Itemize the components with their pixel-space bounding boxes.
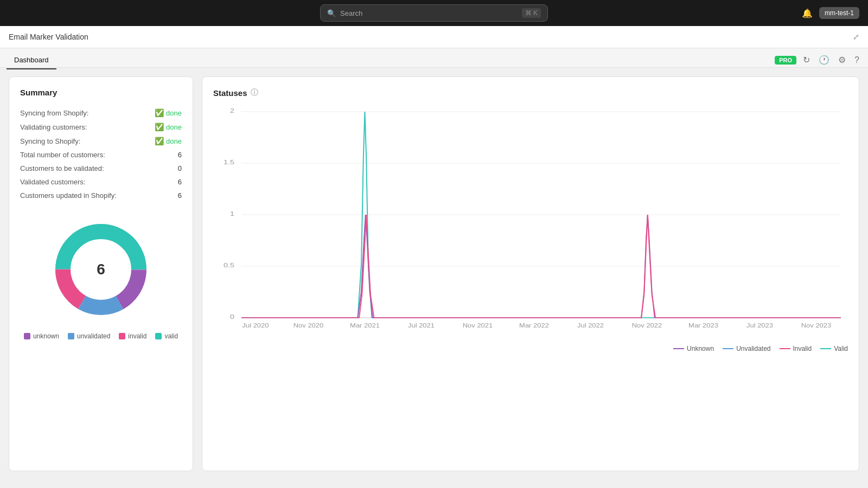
svg-text:0: 0 <box>230 313 234 320</box>
row-label: Validated customers: <box>20 175 146 189</box>
summary-title: Summary <box>20 88 182 97</box>
row-value: ✅ done <box>146 120 182 134</box>
tabs: Dashboard <box>7 56 56 64</box>
svg-text:Nov 2023: Nov 2023 <box>801 323 832 328</box>
svg-text:2: 2 <box>230 107 234 114</box>
svg-text:1.5: 1.5 <box>224 159 234 166</box>
table-row: Customers to be validated: 0 <box>20 162 182 175</box>
legend-label-valid: valid <box>164 332 178 340</box>
legend-dot-unknown <box>24 333 30 339</box>
check-icon: ✅ <box>155 137 164 145</box>
table-row: Total number of customers: 6 <box>20 148 182 162</box>
svg-text:Nov 2020: Nov 2020 <box>293 323 324 328</box>
table-row: Syncing from Shopify: ✅ done <box>20 106 182 120</box>
row-value: 6 <box>146 175 182 189</box>
legend-item-unknown: unknown <box>24 332 59 340</box>
chart-legend-label-unvalidated: Unvalidated <box>736 345 770 352</box>
chart-legend-line-invalid <box>780 348 790 349</box>
chart-legend-label-unknown: Unknown <box>687 345 714 352</box>
row-label: Customers updated in Shopify: <box>20 189 146 202</box>
statuses-title: Statuses <box>213 88 247 98</box>
nav-right: 🔔 mm-test-1 <box>802 7 859 19</box>
svg-text:Mar 2021: Mar 2021 <box>350 323 380 328</box>
chart-legend-item-unvalidated: Unvalidated <box>723 345 770 352</box>
table-row: Customers updated in Shopify: 6 <box>20 189 182 202</box>
chart-legend-item-invalid: Invalid <box>780 345 812 352</box>
row-label: Total number of customers: <box>20 148 146 162</box>
table-row: Validating customers: ✅ done <box>20 120 182 134</box>
row-label: Customers to be validated: <box>20 162 146 175</box>
legend-dot-valid <box>155 333 162 339</box>
main-content: Summary Syncing from Shopify: ✅ done Val… <box>0 68 868 480</box>
legend-label-unknown: unknown <box>33 332 59 340</box>
expand-icon[interactable]: ⤢ <box>853 33 859 41</box>
tab-dashboard[interactable]: Dashboard <box>7 53 56 69</box>
statuses-card: Statuses ⓘ 2 1.5 1 0.5 0 Jul 2020 Nov 20… <box>202 76 859 471</box>
pro-badge: PRO <box>775 56 796 65</box>
chart-legend-line-unvalidated <box>723 348 733 349</box>
summary-card: Summary Syncing from Shopify: ✅ done Val… <box>9 76 193 471</box>
donut-legend: unknown unvalidated invalid valid <box>20 332 182 340</box>
search-bar[interactable]: 🔍 Search ⌘ K <box>320 4 548 22</box>
legend-item-unvalidated: unvalidated <box>68 332 110 340</box>
help-circle-icon[interactable]: ⓘ <box>251 88 258 98</box>
settings-button[interactable]: ⚙ <box>836 53 848 67</box>
legend-item-invalid: invalid <box>119 332 146 340</box>
app-header: Email Marker Validation ⤢ <box>0 26 868 48</box>
donut-chart-container: 6 <box>20 215 182 324</box>
tab-actions: PRO ↻ 🕐 ⚙ ? <box>775 53 861 67</box>
tab-bar: Dashboard PRO ↻ 🕐 ⚙ ? <box>0 48 868 68</box>
chart-legend-item-valid: Valid <box>820 345 848 352</box>
clock-button[interactable]: 🕐 <box>816 53 832 67</box>
statuses-chart: 2 1.5 1 0.5 0 Jul 2020 Nov 2020 Mar 2021… <box>213 102 848 341</box>
legend-dot-unvalidated <box>68 333 74 339</box>
svg-text:Mar 2022: Mar 2022 <box>519 323 549 328</box>
summary-table: Syncing from Shopify: ✅ done Validating … <box>20 106 182 202</box>
table-row: Syncing to Shopify: ✅ done <box>20 134 182 148</box>
check-icon: ✅ <box>155 123 164 131</box>
help-button[interactable]: ? <box>852 53 861 67</box>
row-label: Syncing to Shopify: <box>20 134 146 148</box>
legend-label-invalid: invalid <box>128 332 146 340</box>
donut-total: 6 <box>97 261 105 278</box>
user-badge[interactable]: mm-test-1 <box>819 7 859 19</box>
row-value: 6 <box>146 189 182 202</box>
chart-legend-label-valid: Valid <box>834 345 848 352</box>
chart-legend-line-valid <box>820 348 831 349</box>
legend-dot-invalid <box>119 333 125 339</box>
svg-text:Jul 2021: Jul 2021 <box>408 323 435 328</box>
donut-chart: 6 <box>47 215 155 324</box>
search-shortcut: ⌘ K <box>522 8 541 18</box>
svg-text:Jul 2022: Jul 2022 <box>577 323 604 328</box>
row-label: Syncing from Shopify: <box>20 106 146 120</box>
svg-text:Mar 2023: Mar 2023 <box>688 323 718 328</box>
top-nav: 🔍 Search ⌘ K 🔔 mm-test-1 <box>0 0 868 26</box>
bell-icon[interactable]: 🔔 <box>802 8 813 18</box>
refresh-button[interactable]: ↻ <box>801 53 812 67</box>
svg-text:0.5: 0.5 <box>224 262 234 269</box>
row-value: 0 <box>146 162 182 175</box>
legend-label-unvalidated: unvalidated <box>77 332 110 340</box>
footer: Need Help? v3.0.1 mm-test-1.myshopify.co <box>0 480 868 488</box>
table-row: Validated customers: 6 <box>20 175 182 189</box>
app-title: Email Marker Validation <box>9 33 88 41</box>
chart-legend-item-unknown: Unknown <box>673 345 714 352</box>
row-value: 6 <box>146 148 182 162</box>
svg-text:1: 1 <box>230 210 234 217</box>
statuses-header: Statuses ⓘ <box>213 88 848 98</box>
row-label: Validating customers: <box>20 120 146 134</box>
chart-legend-line-unknown <box>673 348 684 349</box>
row-value: ✅ done <box>146 134 182 148</box>
svg-text:Nov 2021: Nov 2021 <box>463 323 493 328</box>
svg-text:Jul 2023: Jul 2023 <box>746 323 773 328</box>
svg-text:Jul 2020: Jul 2020 <box>242 323 269 328</box>
row-value: ✅ done <box>146 106 182 120</box>
search-icon: 🔍 <box>327 9 336 17</box>
search-placeholder: Search <box>340 9 518 17</box>
check-icon: ✅ <box>155 108 164 117</box>
svg-text:Nov 2022: Nov 2022 <box>632 323 662 328</box>
chart-legend-label-invalid: Invalid <box>793 345 812 352</box>
statuses-chart-svg: 2 1.5 1 0.5 0 Jul 2020 Nov 2020 Mar 2021… <box>213 102 848 330</box>
statuses-legend: Unknown Unvalidated Invalid Valid <box>213 345 848 352</box>
legend-item-valid: valid <box>155 332 178 340</box>
